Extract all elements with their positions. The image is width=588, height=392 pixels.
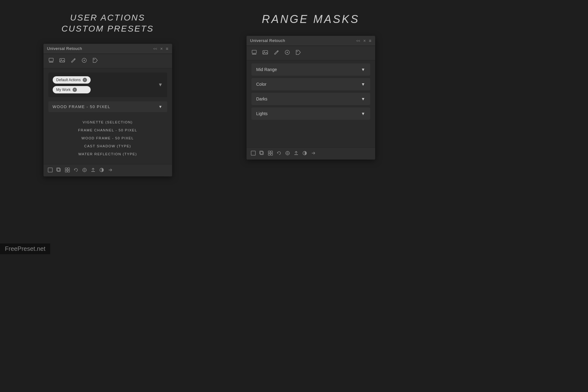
panel-header-controls-left: << × ≡ — [153, 46, 168, 51]
footer-icon-grid[interactable] — [65, 168, 70, 173]
range-spacer — [247, 123, 375, 147]
toolbar-icon-tag[interactable] — [92, 58, 98, 64]
range-item-midrange[interactable]: Mid Range ▼ — [251, 63, 370, 76]
footer-icon-arrow-right[interactable] — [108, 168, 113, 173]
tags-list: Default Actions × My Work × — [53, 76, 91, 93]
tags-dropdown-arrow[interactable]: ▼ — [158, 82, 163, 88]
svg-rect-17 — [91, 171, 95, 172]
svg-rect-26 — [251, 151, 255, 155]
svg-rect-20 — [252, 54, 256, 55]
svg-point-24 — [287, 52, 288, 53]
footer-icon-refresh[interactable] — [74, 168, 78, 173]
range-item-color[interactable]: Color ▼ — [251, 78, 370, 90]
toolbar-right — [247, 46, 375, 60]
panel-title-left: Universal Retouch — [47, 46, 82, 51]
svg-rect-0 — [49, 58, 53, 61]
toolbar-icon-pen[interactable] — [70, 58, 76, 64]
left-panel: Universal Retouch << × ≡ — [43, 44, 172, 176]
dropdown-arrow-wood: ▼ — [158, 104, 163, 109]
panel-header-right: Universal Retouch << × ≡ — [247, 36, 375, 46]
svg-rect-7 — [48, 168, 52, 172]
footer-icon-upload[interactable] — [91, 168, 96, 173]
action-water-reflection[interactable]: WATER REFLECTION (TYPE) — [48, 150, 167, 158]
svg-rect-11 — [68, 168, 70, 170]
range-list: Mid Range ▼ Color ▼ Darks ▼ Lights ▼ — [247, 60, 375, 123]
tag-default-actions[interactable]: Default Actions × — [53, 76, 91, 84]
left-column: USER ACTIONS CUSTOM PRESETS Universal Re… — [18, 12, 197, 176]
svg-rect-29 — [268, 151, 270, 153]
footer-icon-halfcircle[interactable] — [99, 168, 104, 173]
toolbar-icon-brush-r[interactable] — [251, 50, 257, 56]
menu-icon-left[interactable]: ≡ — [166, 46, 168, 51]
range-arrow-midrange: ▼ — [361, 67, 365, 72]
tags-area: Default Actions × My Work × ▼ — [48, 73, 167, 97]
panel-footer-left — [43, 164, 172, 176]
footer-icon-refresh-r[interactable] — [277, 151, 281, 156]
range-item-lights[interactable]: Lights ▼ — [251, 107, 370, 120]
toolbar-icon-brush[interactable] — [48, 58, 54, 64]
svg-point-6 — [94, 59, 95, 60]
footer-icon-copy-r[interactable] — [259, 151, 264, 156]
svg-rect-2 — [60, 58, 65, 62]
range-arrow-color: ▼ — [361, 82, 365, 87]
panel-body-left: Default Actions × My Work × ▼ WOOD FRAME… — [43, 68, 172, 164]
watermark-text: FreePreset.net — [5, 245, 45, 252]
action-wood-frame[interactable]: WOOD FRAME - 50 PIXEL — [48, 134, 167, 142]
svg-rect-32 — [271, 153, 273, 155]
svg-rect-21 — [263, 51, 268, 54]
footer-icon-aperture[interactable] — [82, 168, 87, 173]
action-vignette[interactable]: VIGNETTE (SELECTION) — [48, 118, 167, 126]
collapse-icon-right[interactable]: << — [356, 39, 360, 43]
svg-rect-36 — [294, 154, 298, 155]
close-icon-left[interactable]: × — [160, 46, 163, 51]
footer-icon-copy[interactable] — [56, 168, 61, 173]
actions-list: VIGNETTE (SELECTION) FRAME CHANNEL - 50 … — [48, 116, 167, 160]
toolbar-icon-circle-r[interactable] — [285, 50, 290, 56]
tag-close-my-work[interactable]: × — [73, 88, 77, 92]
footer-icon-grid-r[interactable] — [268, 151, 273, 156]
range-item-darks[interactable]: Darks ▼ — [251, 93, 370, 105]
range-arrow-lights: ▼ — [361, 111, 365, 116]
right-column: RANGE MASKS Universal Retouch << × ≡ — [221, 12, 400, 160]
svg-point-22 — [264, 51, 265, 52]
toolbar-icon-pen-r[interactable] — [273, 50, 279, 56]
wood-frame-dropdown[interactable]: WOOD FRAME - 50 PIXEL ▼ — [48, 101, 167, 112]
toolbar-icon-image-r[interactable] — [262, 50, 268, 56]
svg-point-5 — [84, 60, 85, 61]
tag-my-work[interactable]: My Work × — [53, 86, 91, 93]
range-arrow-darks: ▼ — [361, 96, 365, 101]
action-frame-channel[interactable]: FRAME CHANNEL - 50 PIXEL — [48, 126, 167, 134]
toolbar-icon-tag-r[interactable] — [296, 50, 301, 56]
svg-rect-10 — [65, 168, 67, 170]
right-section-title: RANGE MASKS — [262, 12, 360, 27]
svg-rect-13 — [68, 170, 70, 172]
collapse-icon-left[interactable]: << — [153, 47, 157, 51]
footer-icon-halfcircle-r[interactable] — [302, 151, 307, 156]
toolbar-icon-circle[interactable] — [81, 58, 87, 64]
svg-rect-31 — [268, 153, 270, 155]
panel-header-controls-right: << × ≡ — [356, 38, 371, 43]
close-icon-right[interactable]: × — [363, 38, 366, 43]
panel-footer-right — [247, 147, 375, 160]
action-cast-shadow[interactable]: CAST SHADOW (TYPE) — [48, 142, 167, 150]
footer-icon-aperture-r[interactable] — [285, 151, 290, 156]
footer-icon-new[interactable] — [48, 168, 53, 173]
menu-icon-right[interactable]: ≡ — [369, 38, 371, 43]
footer-icon-arrow-right-r[interactable] — [311, 151, 316, 156]
footer-icon-new-r[interactable] — [251, 151, 256, 156]
tag-close-default-actions[interactable]: × — [83, 78, 87, 82]
svg-point-25 — [297, 51, 298, 52]
svg-rect-12 — [65, 170, 67, 172]
svg-rect-30 — [271, 151, 273, 153]
panel-header-left: Universal Retouch << × ≡ — [43, 44, 172, 54]
toolbar-icon-image[interactable] — [59, 58, 65, 64]
toolbar-left — [43, 54, 172, 68]
right-panel: Universal Retouch << × ≡ — [247, 36, 375, 160]
main-container: USER ACTIONS CUSTOM PRESETS Universal Re… — [0, 0, 418, 254]
footer-icon-upload-r[interactable] — [294, 151, 299, 156]
svg-rect-19 — [252, 50, 256, 53]
panel-title-right: Universal Retouch — [250, 38, 285, 43]
left-section-title: USER ACTIONS CUSTOM PRESETS — [62, 12, 154, 35]
svg-point-3 — [61, 59, 62, 60]
svg-rect-1 — [49, 62, 53, 62]
